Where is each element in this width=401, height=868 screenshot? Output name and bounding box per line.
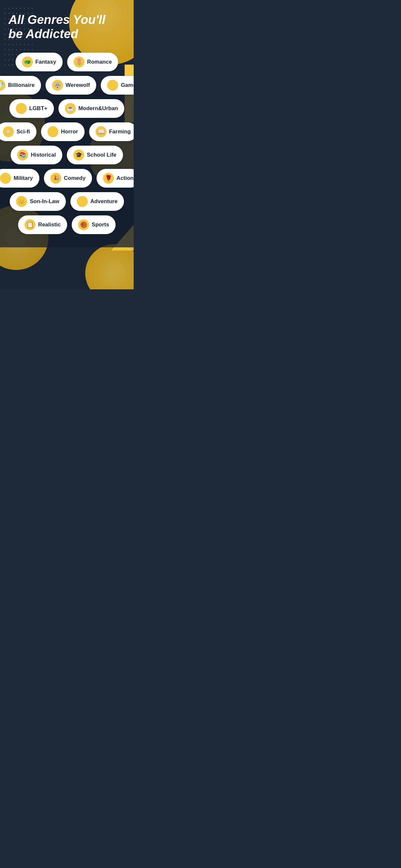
- sports-icon: 🏀: [78, 219, 89, 230]
- genre-row-6: ⚔Military🎉Comedy🌹Action: [0, 169, 134, 188]
- page-title: All Genres You'll be Addicted: [6, 13, 127, 41]
- military-label: Military: [13, 175, 33, 182]
- historical-label: Historical: [31, 152, 56, 158]
- fantasy-label: Fantasy: [35, 59, 56, 65]
- billionaire-icon: 💎: [0, 80, 5, 91]
- farming-label: Farming: [109, 128, 131, 135]
- fantasy-icon: 🐲: [22, 57, 33, 67]
- genre-row-3: ❤LGBT+☕Modern&Urban: [9, 99, 125, 118]
- realistic-icon: 📋: [25, 219, 35, 230]
- romance-icon: 🌷: [73, 57, 85, 67]
- genre-row-8: 📋Realistic🏀Sports: [18, 215, 116, 234]
- realistic-label: Realistic: [38, 221, 61, 228]
- farming-icon: 📖: [96, 126, 106, 137]
- modern-urban-label: Modern&Urban: [79, 105, 118, 112]
- horror-icon: 🕷: [48, 126, 58, 137]
- horror-label: Horror: [61, 128, 78, 135]
- lgbt-label: LGBT+: [29, 105, 48, 112]
- historical-icon: 📚: [17, 150, 28, 160]
- military-icon: ⚔: [0, 173, 11, 184]
- genre-row-4: 🪐Sci-fi🕷Horror📖Farming: [0, 122, 134, 141]
- sci-fi-icon: 🪐: [3, 126, 14, 137]
- action-label: Action: [117, 175, 134, 182]
- games-icon: 🛡: [107, 80, 118, 91]
- genre-row-1: 🐲Fantasy🌷Romance: [16, 53, 119, 71]
- genre-pill-games[interactable]: 🛡Games: [101, 76, 134, 95]
- billionaire-label: Billionaire: [8, 82, 35, 89]
- son-in-law-icon: 👑: [16, 196, 27, 207]
- comedy-icon: 🎉: [50, 173, 61, 184]
- modern-urban-icon: ☕: [65, 103, 76, 114]
- genres-grid: 🐲Fantasy🌷Romance💎Billionaire🐺Werewolf🛡Ga…: [6, 53, 127, 234]
- werewolf-label: Werewolf: [66, 82, 90, 89]
- genre-pill-sci-fi[interactable]: 🪐Sci-fi: [0, 122, 36, 141]
- genre-pill-fantasy[interactable]: 🐲Fantasy: [16, 53, 63, 71]
- genre-pill-son-in-law[interactable]: 👑Son-In-Law: [10, 192, 66, 211]
- genre-pill-horror[interactable]: 🕷Horror: [41, 122, 85, 141]
- genre-row-5: 📚Historical🎓School Life: [11, 146, 123, 164]
- genre-pill-modern-urban[interactable]: ☕Modern&Urban: [58, 99, 125, 118]
- genre-pill-billionaire[interactable]: 💎Billionaire: [0, 76, 41, 95]
- genre-pill-action[interactable]: 🌹Action: [96, 169, 134, 188]
- background: All Genres You'll be Addicted 🐲Fantasy🌷R…: [0, 0, 134, 289]
- genre-row-2: 💎Billionaire🐺Werewolf🛡Games: [0, 76, 134, 95]
- comedy-label: Comedy: [64, 175, 86, 182]
- genre-pill-romance[interactable]: 🌷Romance: [67, 53, 119, 71]
- games-label: Games: [121, 82, 134, 89]
- werewolf-icon: 🐺: [52, 80, 63, 91]
- school-life-label: School Life: [87, 152, 117, 158]
- genre-pill-werewolf[interactable]: 🐺Werewolf: [45, 76, 96, 95]
- romance-label: Romance: [87, 59, 112, 65]
- lgbt-icon: ❤: [16, 103, 27, 114]
- main-content: All Genres You'll be Addicted 🐲Fantasy🌷R…: [0, 0, 134, 253]
- action-icon: 🌹: [103, 173, 114, 184]
- genre-pill-farming[interactable]: 📖Farming: [89, 122, 134, 141]
- genre-pill-historical[interactable]: 📚Historical: [11, 146, 62, 164]
- school-life-icon: 🎓: [73, 150, 84, 160]
- genre-pill-lgbt[interactable]: ❤LGBT+: [9, 99, 54, 118]
- genre-pill-realistic[interactable]: 📋Realistic: [18, 215, 67, 234]
- genre-pill-sports[interactable]: 🏀Sports: [72, 215, 116, 234]
- genre-pill-comedy[interactable]: 🎉Comedy: [44, 169, 92, 188]
- son-in-law-label: Son-In-Law: [30, 198, 59, 205]
- adventure-label: Adventure: [90, 198, 118, 205]
- genre-row-7: 👑Son-In-Law🗺Adventure: [10, 192, 124, 211]
- adventure-icon: 🗺: [77, 196, 88, 207]
- sports-label: Sports: [92, 221, 109, 228]
- sci-fi-label: Sci-fi: [17, 128, 30, 135]
- genre-pill-military[interactable]: ⚔Military: [0, 169, 39, 188]
- genre-pill-adventure[interactable]: 🗺Adventure: [70, 192, 124, 211]
- genre-pill-school-life[interactable]: 🎓School Life: [67, 146, 123, 164]
